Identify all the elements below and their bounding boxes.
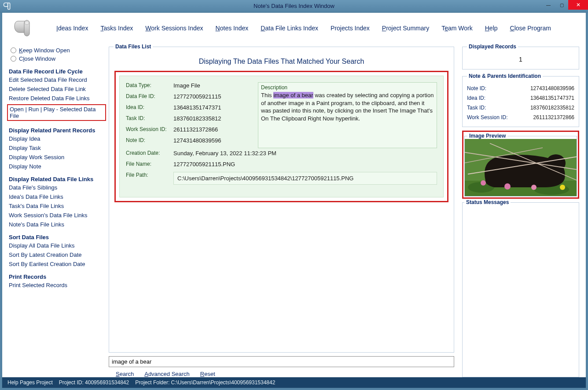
displayed-records: Displayed Records 1 — [462, 44, 579, 69]
link-ws-links[interactable]: Work Session's Data File Links — [9, 212, 103, 219]
radio-close-window[interactable]: Close Window — [11, 55, 103, 62]
description-box: Description This image of a bear was cre… — [258, 82, 437, 148]
search-input[interactable] — [109, 356, 454, 367]
menu-work-sessions-index[interactable]: Work Sessions Index — [145, 25, 203, 32]
svg-rect-0 — [8, 3, 10, 9]
section-sort: Sort Data Files — [9, 234, 103, 241]
label-data-file-id: Data File ID: — [126, 93, 173, 100]
data-files-list: Data Files List Displaying The Data File… — [109, 44, 454, 353]
value-creation-date: Sunday, February 13, 2022 11:32:23 PM — [173, 150, 437, 157]
link-restore-links[interactable]: Restore Deleted Data File Links — [9, 95, 103, 102]
section-links: Display Related Data File Links — [9, 176, 103, 182]
link-sort-earliest[interactable]: Sort By Earilest Creation Date — [9, 261, 103, 267]
search-area: Search Advanced Search Reset — [109, 356, 454, 377]
value-task-id: 183760182335812 — [173, 115, 249, 122]
menu-notes-index[interactable]: Notes Index — [216, 25, 249, 32]
value-data-file-id: 127727005921115 — [173, 93, 249, 100]
record-card[interactable]: Data Type:Image File Data File ID:127727… — [119, 76, 444, 197]
reset-link[interactable]: Reset — [200, 371, 215, 377]
titlebar: Note's Data Files Index Window — [0, 0, 588, 12]
ids-idea-value: 136481351747371 — [530, 95, 574, 101]
close-button[interactable] — [568, 0, 588, 10]
label-file-path: File Path: — [126, 172, 173, 185]
label-file-name: File Name: — [126, 161, 173, 168]
menu-project-summary[interactable]: Project Summary — [382, 25, 429, 32]
svg-point-7 — [560, 185, 565, 190]
link-task-links[interactable]: Task's Data File Links — [9, 203, 103, 209]
right-panel: Displayed Records 1 Note & Parents Ident… — [462, 44, 579, 377]
link-idea-links[interactable]: Idea's Data File Links — [9, 193, 103, 200]
menu-close-program[interactable]: Close Program — [510, 25, 551, 32]
section-parents: Display Related Parent Records — [9, 127, 103, 134]
app-body: Ideas Index Tasks Index Work Sessions In… — [2, 12, 586, 388]
menu-ideas-index[interactable]: Ideas Index — [56, 25, 88, 32]
link-edit-selected[interactable]: Edit Selected Data File Record — [9, 77, 103, 83]
ids-note-label: Note ID: — [467, 85, 486, 91]
main-menu: Ideas Index Tasks Index Work Sessions In… — [2, 13, 586, 44]
ids-panel: Note & Parents Identification Note ID:12… — [462, 73, 579, 127]
link-open-run-play[interactable]: Open | Run | Play - Selected Data File — [7, 104, 106, 121]
label-idea-id: Idea ID: — [126, 104, 173, 111]
status-messages: Status Messages — [462, 202, 579, 377]
value-ws-id: 26111321372866 — [173, 126, 249, 133]
label-ws-id: Work Session ID: — [126, 126, 173, 133]
label-task-id: Task ID: — [126, 115, 173, 122]
value-description: This image of a bear was created by sele… — [261, 91, 434, 122]
menu-team-work[interactable]: Team Work — [441, 25, 473, 32]
app-icon — [3, 2, 11, 11]
link-display-work-session[interactable]: Display Work Session — [9, 154, 103, 160]
value-data-type: Image File — [173, 82, 249, 89]
section-lifecycle: Data File Record Life Cycle — [9, 68, 103, 75]
label-creation-date: Creation Date: — [126, 150, 173, 157]
status-messages-legend: Status Messages — [464, 199, 511, 205]
value-file-name: 127727005921115.PNG — [173, 161, 437, 168]
svg-point-13 — [481, 180, 486, 186]
ids-ws-label: Work Session ID: — [467, 114, 507, 120]
image-preview-legend: Image Preview — [467, 133, 507, 139]
link-sort-latest[interactable]: Sort By Latest Creation Date — [9, 251, 103, 258]
main-area: Keep Window Open Close Window Data File … — [2, 44, 586, 377]
link-display-task[interactable]: Display Task — [9, 145, 103, 151]
description-highlight: image of a bear — [273, 92, 313, 98]
data-files-list-title: Displaying The Data Files That Matched Y… — [114, 58, 449, 66]
value-idea-id: 136481351747371 — [173, 104, 249, 111]
displayed-records-count: 1 — [467, 54, 574, 65]
svg-point-15 — [531, 185, 537, 190]
link-display-idea[interactable]: Display Idea — [9, 135, 103, 142]
search-link[interactable]: Search — [116, 371, 134, 377]
menu-tasks-index[interactable]: Tasks Index — [100, 25, 133, 32]
link-siblings[interactable]: Data File's Siblings — [9, 184, 103, 191]
status-help-pages[interactable]: Help Pages Project — [7, 379, 53, 386]
image-preview-highlight: Image Preview — [462, 131, 579, 199]
link-print-selected[interactable]: Print Selected Records — [9, 282, 103, 288]
ids-task-value: 183760182335812 — [530, 105, 574, 111]
svg-point-2 — [25, 21, 29, 25]
logo — [11, 16, 35, 40]
image-preview[interactable] — [465, 139, 577, 196]
label-data-type: Data Type: — [126, 82, 173, 89]
radio-keep-open[interactable]: Keep Window Open — [11, 47, 103, 54]
section-print: Print Records — [9, 273, 103, 280]
window-buttons — [542, 0, 588, 10]
label-note-id: Note ID: — [126, 137, 173, 144]
link-note-links[interactable]: Note's Data File Links — [9, 221, 103, 228]
maximize-button[interactable] — [555, 0, 568, 10]
link-delete-link[interactable]: Delete Selected Data File Link — [9, 86, 103, 92]
ids-idea-label: Idea ID: — [467, 95, 485, 101]
ids-ws-value: 26111321372866 — [533, 114, 574, 120]
menu-data-file-links-index[interactable]: Data File Links Index — [261, 25, 318, 32]
advanced-search-link[interactable]: Advanced Search — [144, 371, 190, 377]
data-files-list-legend: Data Files List — [114, 44, 153, 50]
minimize-button[interactable] — [542, 0, 555, 10]
label-description: Description — [261, 84, 434, 91]
ids-note-value: 127431480839596 — [530, 85, 574, 91]
ids-legend: Note & Parents Identification — [467, 73, 543, 79]
ids-task-label: Task ID: — [467, 105, 486, 111]
menu-projects-index[interactable]: Projects Index — [331, 25, 370, 32]
menu-help[interactable]: Help — [485, 25, 498, 32]
window-title: Note's Data Files Index Window — [254, 3, 334, 9]
link-display-note[interactable]: Display Note — [9, 163, 103, 170]
left-panel: Keep Window Open Close Window Data File … — [9, 44, 103, 377]
link-display-all[interactable]: Display All Data File Links — [9, 242, 103, 249]
svg-point-8 — [546, 154, 566, 172]
